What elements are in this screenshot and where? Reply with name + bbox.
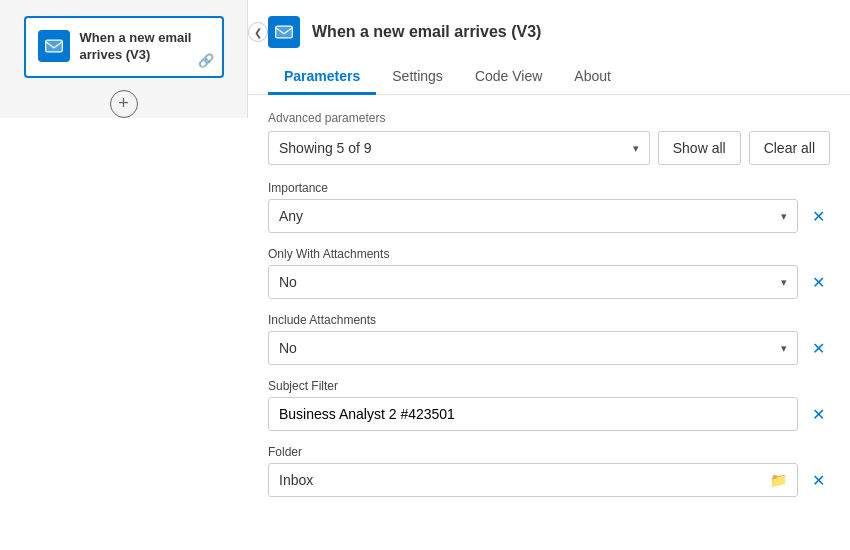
only-attachments-remove-button[interactable]: ✕ xyxy=(806,270,830,294)
include-attachments-group: Include Attachments No ▾ ✕ xyxy=(268,313,830,365)
tab-parameters[interactable]: Parameters xyxy=(268,60,376,95)
importance-value: Any xyxy=(279,208,303,224)
right-panel: When a new email arrives (V3) Parameters… xyxy=(248,0,850,550)
folder-browse-icon: 📁 xyxy=(770,472,787,488)
folder-row: Inbox 📁 ✕ xyxy=(268,463,830,497)
only-attachments-row: No ▾ ✕ xyxy=(268,265,830,299)
folder-remove-button[interactable]: ✕ xyxy=(806,468,830,492)
trigger-card-inner: When a new email arrives (V3) xyxy=(38,30,210,64)
subject-filter-group: Subject Filter ✕ xyxy=(268,379,830,431)
subject-filter-label: Subject Filter xyxy=(268,379,830,393)
folder-label: Folder xyxy=(268,445,830,459)
collapse-chevron-icon: ❮ xyxy=(254,27,262,38)
include-attachments-label: Include Attachments xyxy=(268,313,830,327)
show-all-button[interactable]: Show all xyxy=(658,131,741,165)
include-attachments-row: No ▾ ✕ xyxy=(268,331,830,365)
importance-row: Any ▾ ✕ xyxy=(268,199,830,233)
add-step-button[interactable]: + xyxy=(110,90,138,118)
importance-group: Importance Any ▾ ✕ xyxy=(268,181,830,233)
subject-filter-row: ✕ xyxy=(268,397,830,431)
include-attachments-dropdown[interactable]: No ▾ xyxy=(268,331,798,365)
importance-dropdown[interactable]: Any ▾ xyxy=(268,199,798,233)
right-header: When a new email arrives (V3) xyxy=(248,0,850,48)
trigger-label: When a new email arrives (V3) xyxy=(80,30,210,64)
folder-input[interactable]: Inbox 📁 xyxy=(268,463,798,497)
tab-code-view[interactable]: Code View xyxy=(459,60,558,95)
showing-dropdown[interactable]: Showing 5 of 9 ▾ xyxy=(268,131,650,165)
tab-settings[interactable]: Settings xyxy=(376,60,459,95)
only-attachments-label: Only With Attachments xyxy=(268,247,830,261)
folder-group: Folder Inbox 📁 ✕ xyxy=(268,445,830,497)
email-header-icon xyxy=(268,16,300,48)
advanced-parameters-label: Advanced parameters xyxy=(268,111,830,125)
folder-value: Inbox xyxy=(279,472,313,488)
include-attachments-remove-button[interactable]: ✕ xyxy=(806,336,830,360)
importance-label: Importance xyxy=(268,181,830,195)
importance-remove-button[interactable]: ✕ xyxy=(806,204,830,228)
include-attachments-value: No xyxy=(279,340,297,356)
collapse-arrow-button[interactable]: ❮ xyxy=(248,22,268,42)
include-attachments-chevron-icon: ▾ xyxy=(781,342,787,355)
svg-rect-0 xyxy=(45,40,62,52)
subject-filter-input[interactable] xyxy=(268,397,798,431)
showing-chevron-icon: ▾ xyxy=(633,142,639,155)
content-area: Advanced parameters Showing 5 of 9 ▾ Sho… xyxy=(248,95,850,550)
tabs-bar: Parameters Settings Code View About xyxy=(248,60,850,95)
header-title: When a new email arrives (V3) xyxy=(312,23,541,41)
only-attachments-group: Only With Attachments No ▾ ✕ xyxy=(268,247,830,299)
left-panel: When a new email arrives (V3) 🔗 + xyxy=(0,0,248,118)
link-icon: 🔗 xyxy=(198,53,214,68)
email-trigger-icon xyxy=(38,30,70,62)
trigger-card[interactable]: When a new email arrives (V3) 🔗 xyxy=(24,16,224,78)
subject-filter-remove-button[interactable]: ✕ xyxy=(806,402,830,426)
only-attachments-dropdown[interactable]: No ▾ xyxy=(268,265,798,299)
svg-rect-2 xyxy=(276,26,293,38)
only-attachments-chevron-icon: ▾ xyxy=(781,276,787,289)
only-attachments-value: No xyxy=(279,274,297,290)
tab-about[interactable]: About xyxy=(558,60,627,95)
advanced-parameters-row: Showing 5 of 9 ▾ Show all Clear all xyxy=(268,131,830,165)
clear-all-button[interactable]: Clear all xyxy=(749,131,830,165)
importance-chevron-icon: ▾ xyxy=(781,210,787,223)
showing-text: Showing 5 of 9 xyxy=(279,140,372,156)
